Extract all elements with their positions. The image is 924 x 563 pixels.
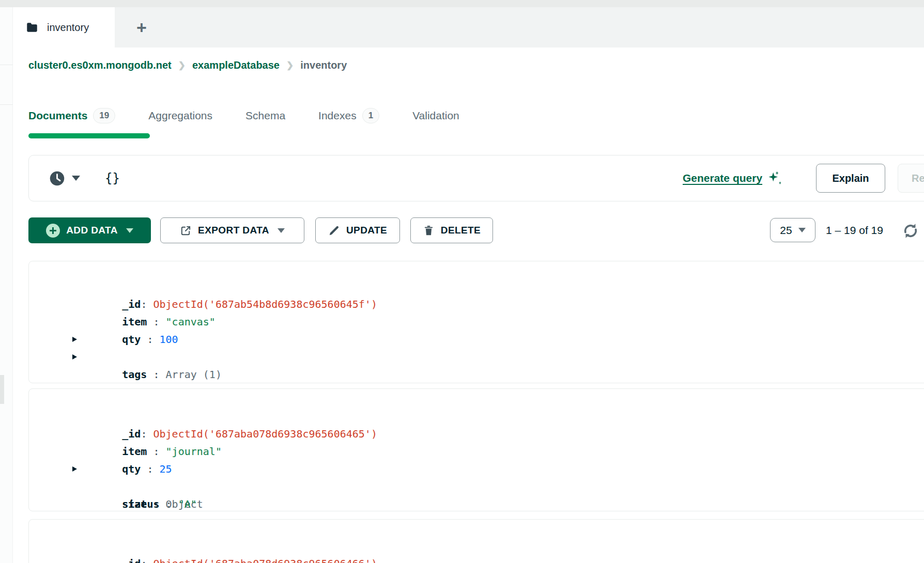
generate-query-link[interactable]: Generate query — [683, 155, 783, 201]
collapsed-sidebar-edge — [0, 7, 13, 563]
plus-icon: + — [136, 18, 147, 38]
crud-toolbar: ADD DATA EXPORT DATA UPDATE DELETE 25 — [0, 217, 924, 243]
plus-circle-icon — [46, 224, 60, 238]
active-tab-underline — [28, 133, 150, 138]
chevron-down-icon — [278, 228, 285, 233]
workspace-tab-label: inventory — [47, 22, 89, 34]
export-icon — [180, 225, 192, 237]
tab-indexes[interactable]: Indexes 1 — [318, 108, 379, 123]
refresh-icon[interactable] — [901, 222, 920, 240]
document-field: _id: ObjectId('687aba078d6938c965606465'… — [29, 408, 924, 425]
query-history-button[interactable] — [49, 155, 80, 201]
collection-tab-nav: Documents 19 Aggregations Schema Indexes… — [28, 102, 459, 129]
scrollbar-thumb[interactable] — [0, 375, 4, 404]
window-top-strip — [0, 0, 924, 7]
results-range-label: 1 – 19 of 19 — [826, 217, 883, 243]
query-filter-input[interactable]: {} — [105, 155, 120, 201]
sidebar-divider — [0, 104, 13, 105]
chevron-right-icon: ❯ — [178, 60, 186, 71]
tab-aggregations[interactable]: Aggregations — [148, 110, 212, 122]
page-size-select[interactable]: 25 — [770, 218, 815, 242]
delete-button[interactable]: DELETE — [410, 217, 493, 243]
tab-documents[interactable]: Documents 19 — [28, 108, 115, 123]
tab-schema[interactable]: Schema — [245, 110, 285, 122]
breadcrumb-database-link[interactable]: exampleDatabase — [192, 59, 280, 71]
breadcrumb-collection-current: inventory — [300, 59, 347, 71]
document-field: item : "journal" — [29, 425, 924, 443]
add-data-button[interactable]: ADD DATA — [28, 217, 151, 243]
update-button[interactable]: UPDATE — [315, 217, 400, 243]
sidebar-divider — [0, 65, 13, 65]
document-field: qty : 100 — [29, 313, 924, 331]
query-bar: {} Generate query Explain Re — [28, 155, 924, 201]
document-card[interactable]: _id: ObjectId('687aba078d6938c965606466'… — [28, 519, 924, 563]
expand-caret-icon[interactable] — [72, 466, 77, 472]
document-card[interactable]: _id: ObjectId('687ab54b8d6938c96560645f'… — [28, 261, 924, 383]
workspace-tab-bar: inventory + — [13, 7, 924, 48]
document-field: size : Object — [29, 348, 924, 366]
document-field: item : "mat" — [29, 555, 924, 563]
chevron-down-icon — [72, 176, 80, 181]
document-card[interactable]: _id: ObjectId('687aba078d6938c965606465'… — [28, 388, 924, 511]
reset-button[interactable]: Re — [898, 164, 924, 193]
new-tab-button[interactable]: + — [126, 7, 158, 48]
clock-icon — [49, 170, 66, 187]
tab-validation[interactable]: Validation — [412, 110, 459, 122]
trash-icon — [423, 225, 435, 237]
indexes-count-badge: 1 — [362, 108, 379, 123]
pencil-icon — [328, 225, 340, 237]
export-data-button[interactable]: EXPORT DATA — [160, 217, 304, 243]
workspace-tab-inventory[interactable]: inventory — [13, 7, 115, 48]
breadcrumb-cluster-link[interactable]: cluster0.es0xm.mongodb.net — [28, 59, 172, 71]
document-field: tags : Array (1) — [29, 331, 924, 348]
breadcrumb: cluster0.es0xm.mongodb.net ❯ exampleData… — [28, 56, 347, 74]
document-field: _id: ObjectId('687aba078d6938c965606466'… — [29, 537, 924, 555]
explain-button[interactable]: Explain — [816, 164, 885, 193]
chevron-down-icon — [126, 228, 133, 233]
expand-caret-icon[interactable] — [72, 337, 77, 342]
document-field: status : "A" — [29, 478, 924, 495]
document-field: item : "canvas" — [29, 295, 924, 313]
chevron-right-icon: ❯ — [286, 60, 294, 71]
expand-caret-icon[interactable] — [72, 354, 77, 359]
compass-collection-view: inventory + cluster0.es0xm.mongodb.net ❯… — [0, 0, 924, 563]
chevron-down-icon — [798, 228, 806, 232]
document-field: size : Object — [29, 460, 924, 478]
folder-icon — [25, 21, 39, 34]
document-field: _id: ObjectId('687ab54b8d6938c96560645f'… — [29, 278, 924, 295]
sparkle-icon — [767, 170, 783, 186]
documents-count-badge: 19 — [93, 108, 115, 123]
document-field: qty : 25 — [29, 443, 924, 460]
